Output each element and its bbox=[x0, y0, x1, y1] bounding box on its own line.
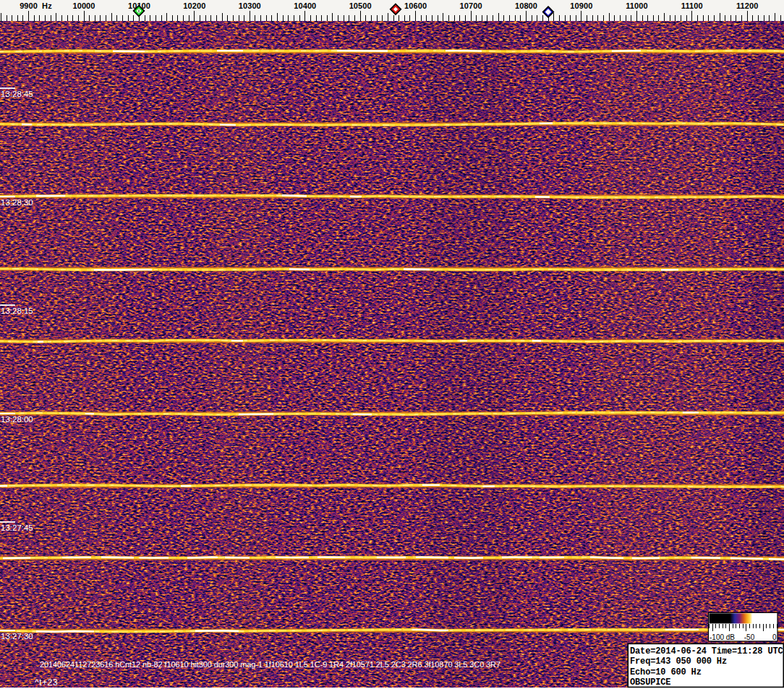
svg-text:10000: 10000 bbox=[72, 1, 95, 10]
svg-text:Echo=10 600 Hz: Echo=10 600 Hz bbox=[630, 667, 702, 677]
svg-text:11200: 11200 bbox=[736, 1, 758, 10]
svg-text:10300: 10300 bbox=[239, 1, 261, 10]
svg-text:0: 0 bbox=[772, 633, 777, 641]
svg-text:9900: 9900 bbox=[20, 1, 38, 10]
svg-text:10600: 10600 bbox=[404, 1, 427, 10]
svg-text:10900: 10900 bbox=[570, 1, 592, 10]
svg-text:^t+23: ^t+23 bbox=[35, 677, 58, 688]
svg-text:13:27:45: 13:27:45 bbox=[1, 523, 33, 532]
svg-text:10700: 10700 bbox=[460, 1, 482, 10]
svg-text:-100 dB: -100 dB bbox=[710, 633, 735, 641]
svg-text:OBSUPICE: OBSUPICE bbox=[630, 677, 670, 688]
svg-text:13:28:45: 13:28:45 bbox=[1, 90, 33, 98]
svg-text:20140624112723616 hCnt12 nb-82: 20140624112723616 hCnt12 nb-82 f10610 hi… bbox=[40, 660, 500, 669]
svg-text:10200: 10200 bbox=[183, 1, 205, 10]
svg-text:Hz: Hz bbox=[42, 1, 52, 10]
svg-text:11100: 11100 bbox=[681, 1, 703, 10]
svg-text:10400: 10400 bbox=[294, 1, 316, 10]
svg-text:Freq=143 050 000 Hz: Freq=143 050 000 Hz bbox=[630, 656, 727, 667]
svg-text:13:28:00: 13:28:00 bbox=[1, 415, 33, 424]
svg-text:-50: -50 bbox=[744, 633, 755, 641]
svg-text:Date=2014-06-24 Time=11:28 UTC: Date=2014-06-24 Time=11:28 UTC bbox=[630, 646, 783, 656]
svg-text:13:28:30: 13:28:30 bbox=[1, 198, 33, 207]
svg-text:10800: 10800 bbox=[515, 1, 537, 10]
svg-text:11000: 11000 bbox=[626, 1, 647, 10]
svg-text:13:27:30: 13:27:30 bbox=[1, 632, 33, 641]
svg-text:13:28:15: 13:28:15 bbox=[1, 307, 33, 315]
svg-text:10500: 10500 bbox=[349, 1, 372, 10]
